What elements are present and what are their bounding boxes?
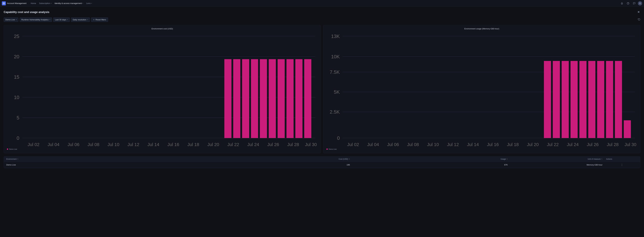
svg-rect-58 [597,61,604,138]
svg-text:Jul 14: Jul 14 [467,142,479,147]
filters-row: Demo Live ▾ Runtime Vulnerability Analyt… [4,17,640,22]
col-environment[interactable]: Environment ⇅ [6,158,196,160]
chevron-down-icon: ▾ [91,2,92,4]
cell-unit: Memory-GiB-hour [511,164,606,166]
svg-text:Jul 30: Jul 30 [305,142,317,147]
close-button[interactable]: ✕ [637,10,640,14]
chevron-down-icon: ▾ [49,19,50,21]
svg-text:Jul 28: Jul 28 [287,142,299,147]
col-actions: Actions [606,158,638,160]
svg-text:Jul 20: Jul 20 [527,142,539,147]
svg-text:10K: 10K [331,54,340,59]
svg-text:Jul 28: Jul 28 [607,142,618,147]
brand-name: Account Management [7,2,26,4]
svg-text:13K: 13K [331,33,340,39]
svg-text:Jul 04: Jul 04 [367,142,379,147]
svg-text:20: 20 [14,54,19,59]
usage-chart-svg: 13K 10K 7.5K 5K 2.5K 0 [326,32,637,147]
chat-button[interactable] [632,1,637,6]
svg-text:Jul 10: Jul 10 [108,142,119,147]
col-unit[interactable]: Unit of measure ⇅ [511,158,606,160]
svg-rect-54 [562,61,569,138]
sort-icon: ⇅ [506,158,508,160]
svg-text:5K: 5K [334,89,340,95]
svg-text:Jul 16: Jul 16 [487,142,499,147]
svg-text:2.5K: 2.5K [330,109,340,115]
svg-text:Jul 04: Jul 04 [48,142,59,147]
svg-rect-60 [615,61,622,138]
svg-text:0: 0 [16,135,19,141]
time-range-filter[interactable]: Last 30 days ▾ [53,17,70,22]
environment-filter[interactable]: Demo Live ▾ [4,17,18,22]
legend-dot [7,149,8,150]
row-actions-button[interactable]: ⋮ [606,163,638,166]
svg-text:Jul 22: Jul 22 [547,142,558,147]
table-row: Demo Live 196 87K Memory-GiB-hour ⋮ [4,162,640,168]
usage-chart-area: 13K 10K 7.5K 5K 2.5K 0 [326,32,637,147]
usage-chart-title: Environment usage (Memory-GiB-hour) [326,27,637,30]
nav-subscription[interactable]: Subscription ▾ [38,1,53,5]
svg-text:Jul 02: Jul 02 [347,142,359,147]
reset-filters-label: Reset filters [96,18,106,21]
chevron-down-icon: ▾ [51,2,52,4]
svg-rect-55 [570,61,578,138]
svg-rect-52 [544,61,551,138]
capability-filter-label: Runtime Vulnerability Analytics [21,18,48,21]
data-table: Environment ⇅ Cost (USD) ⇅ Usage ⇅ Unit … [4,156,640,168]
environment-filter-label: Demo Live [5,18,15,21]
chevron-down-icon: ▾ [87,19,88,21]
col-usage[interactable]: Usage ⇅ [354,158,512,160]
svg-text:5: 5 [16,115,19,120]
svg-text:Jul 14: Jul 14 [148,142,159,147]
nav-home[interactable]: Home [30,1,37,5]
nav-identity[interactable]: Identity & access management ▾ [53,1,84,5]
resolution-filter[interactable]: Daily resolution ▾ [71,17,90,22]
svg-rect-19 [260,59,267,138]
cost-chart-area: 25 20 15 10 5 0 [7,32,318,147]
svg-rect-18 [251,59,258,138]
more-actions-icon: ⋮ [621,163,623,166]
sort-icon: ⇅ [349,158,350,160]
svg-text:Jul 30: Jul 30 [624,142,636,147]
cost-chart-svg: 25 20 15 10 5 0 [7,32,318,147]
chevron-down-icon: ▾ [82,2,83,4]
svg-text:Jul 06: Jul 06 [68,142,80,147]
x-icon: ✕ [93,19,94,21]
svg-text:Jul 10: Jul 10 [427,142,439,147]
legend-dot [326,149,328,150]
svg-text:10: 10 [14,95,19,100]
usage-legend-label: Demo Live [328,148,337,150]
nav-lens[interactable]: Lens ▾ [85,1,93,5]
svg-text:Jul 16: Jul 16 [168,142,179,147]
svg-rect-20 [269,59,276,138]
topnav: Account Management Home Subscription ▾ I… [0,0,644,7]
col-cost[interactable]: Cost (USD) ⇅ [196,158,354,160]
charts-row: Environment cost (USD) 25 20 15 10 5 0 [4,25,640,153]
svg-rect-15 [224,59,232,138]
sort-icon: ⇅ [601,158,602,160]
svg-text:Jul 08: Jul 08 [88,142,99,147]
svg-text:Jul 26: Jul 26 [587,142,598,147]
help-button[interactable] [626,1,630,6]
svg-text:Jul 06: Jul 06 [387,142,399,147]
svg-rect-56 [580,61,586,138]
svg-rect-17 [242,59,249,138]
reset-filters-button[interactable]: ✕ Reset filters [91,17,108,22]
history-button[interactable] [638,18,640,21]
page-title-row: Capability cost and usage analysis ✕ [4,10,640,14]
svg-text:Jul 12: Jul 12 [128,142,139,147]
table-header: Environment ⇅ Cost (USD) ⇅ Usage ⇅ Unit … [4,157,640,162]
svg-point-1 [4,3,4,4]
resolution-filter-label: Daily resolution [73,18,86,21]
svg-text:Jul 24: Jul 24 [567,142,579,147]
notifications-button[interactable] [620,1,624,6]
svg-rect-53 [553,61,560,138]
usage-chart-card: Environment usage (Memory-GiB-hour) 13K … [323,25,640,153]
brand-logo [2,1,6,5]
capability-filter[interactable]: Runtime Vulnerability Analytics ▾ [20,17,52,22]
svg-text:Jul 18: Jul 18 [507,142,519,147]
svg-rect-22 [286,59,294,138]
avatar[interactable] [638,1,642,5]
topnav-right [620,1,642,6]
svg-rect-57 [588,61,596,138]
